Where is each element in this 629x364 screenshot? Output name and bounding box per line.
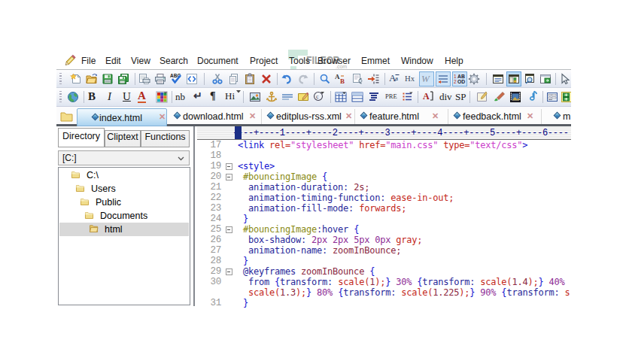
- svg-text:c: c: [316, 93, 319, 100]
- svg-text:a: a: [395, 74, 398, 82]
- svg-text:OD: OD: [457, 79, 465, 84]
- svg-text:A: A: [423, 91, 430, 102]
- svg-text:A: A: [335, 73, 340, 80]
- svg-text:AB: AB: [457, 74, 465, 79]
- svg-text:W: W: [421, 73, 430, 84]
- svg-text:1: 1: [454, 74, 457, 79]
- svg-text:2: 2: [454, 79, 457, 84]
- svg-text:Hx: Hx: [405, 74, 415, 83]
- svg-text:B: B: [340, 77, 345, 85]
